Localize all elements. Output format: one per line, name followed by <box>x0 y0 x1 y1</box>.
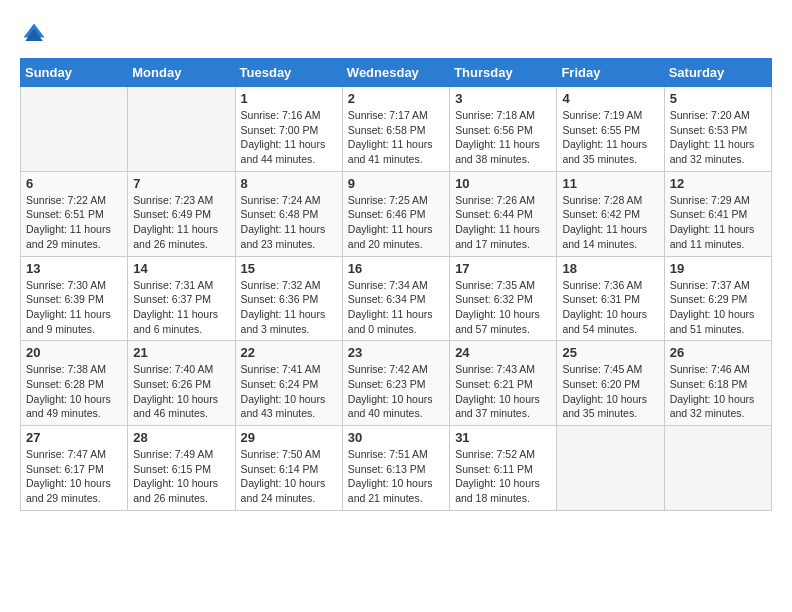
calendar-cell: 2Sunrise: 7:17 AMSunset: 6:58 PMDaylight… <box>342 87 449 172</box>
day-number: 4 <box>562 91 658 106</box>
day-number: 27 <box>26 430 122 445</box>
calendar-cell: 30Sunrise: 7:51 AMSunset: 6:13 PMDayligh… <box>342 426 449 511</box>
calendar-cell: 7Sunrise: 7:23 AMSunset: 6:49 PMDaylight… <box>128 171 235 256</box>
day-number: 18 <box>562 261 658 276</box>
header-friday: Friday <box>557 59 664 87</box>
day-info: Sunrise: 7:24 AMSunset: 6:48 PMDaylight:… <box>241 193 337 252</box>
calendar-table: SundayMondayTuesdayWednesdayThursdayFrid… <box>20 58 772 511</box>
day-number: 23 <box>348 345 444 360</box>
day-info: Sunrise: 7:18 AMSunset: 6:56 PMDaylight:… <box>455 108 551 167</box>
day-info: Sunrise: 7:17 AMSunset: 6:58 PMDaylight:… <box>348 108 444 167</box>
week-row-3: 13Sunrise: 7:30 AMSunset: 6:39 PMDayligh… <box>21 256 772 341</box>
day-info: Sunrise: 7:26 AMSunset: 6:44 PMDaylight:… <box>455 193 551 252</box>
day-info: Sunrise: 7:37 AMSunset: 6:29 PMDaylight:… <box>670 278 766 337</box>
day-info: Sunrise: 7:35 AMSunset: 6:32 PMDaylight:… <box>455 278 551 337</box>
day-number: 8 <box>241 176 337 191</box>
calendar-cell: 1Sunrise: 7:16 AMSunset: 7:00 PMDaylight… <box>235 87 342 172</box>
calendar-cell <box>128 87 235 172</box>
day-info: Sunrise: 7:25 AMSunset: 6:46 PMDaylight:… <box>348 193 444 252</box>
day-info: Sunrise: 7:34 AMSunset: 6:34 PMDaylight:… <box>348 278 444 337</box>
day-info: Sunrise: 7:42 AMSunset: 6:23 PMDaylight:… <box>348 362 444 421</box>
calendar-cell: 19Sunrise: 7:37 AMSunset: 6:29 PMDayligh… <box>664 256 771 341</box>
day-info: Sunrise: 7:41 AMSunset: 6:24 PMDaylight:… <box>241 362 337 421</box>
day-number: 25 <box>562 345 658 360</box>
day-info: Sunrise: 7:23 AMSunset: 6:49 PMDaylight:… <box>133 193 229 252</box>
day-number: 28 <box>133 430 229 445</box>
day-info: Sunrise: 7:31 AMSunset: 6:37 PMDaylight:… <box>133 278 229 337</box>
day-info: Sunrise: 7:46 AMSunset: 6:18 PMDaylight:… <box>670 362 766 421</box>
day-number: 20 <box>26 345 122 360</box>
calendar-cell: 5Sunrise: 7:20 AMSunset: 6:53 PMDaylight… <box>664 87 771 172</box>
day-number: 16 <box>348 261 444 276</box>
header-saturday: Saturday <box>664 59 771 87</box>
day-number: 5 <box>670 91 766 106</box>
day-info: Sunrise: 7:32 AMSunset: 6:36 PMDaylight:… <box>241 278 337 337</box>
day-info: Sunrise: 7:52 AMSunset: 6:11 PMDaylight:… <box>455 447 551 506</box>
header-wednesday: Wednesday <box>342 59 449 87</box>
day-number: 26 <box>670 345 766 360</box>
day-number: 17 <box>455 261 551 276</box>
day-info: Sunrise: 7:20 AMSunset: 6:53 PMDaylight:… <box>670 108 766 167</box>
day-info: Sunrise: 7:30 AMSunset: 6:39 PMDaylight:… <box>26 278 122 337</box>
calendar-cell: 23Sunrise: 7:42 AMSunset: 6:23 PMDayligh… <box>342 341 449 426</box>
day-number: 15 <box>241 261 337 276</box>
week-row-2: 6Sunrise: 7:22 AMSunset: 6:51 PMDaylight… <box>21 171 772 256</box>
day-number: 29 <box>241 430 337 445</box>
day-number: 19 <box>670 261 766 276</box>
calendar-cell: 25Sunrise: 7:45 AMSunset: 6:20 PMDayligh… <box>557 341 664 426</box>
day-number: 13 <box>26 261 122 276</box>
calendar-cell: 11Sunrise: 7:28 AMSunset: 6:42 PMDayligh… <box>557 171 664 256</box>
header-sunday: Sunday <box>21 59 128 87</box>
page-header <box>20 20 772 48</box>
day-number: 12 <box>670 176 766 191</box>
calendar-cell: 24Sunrise: 7:43 AMSunset: 6:21 PMDayligh… <box>450 341 557 426</box>
day-info: Sunrise: 7:16 AMSunset: 7:00 PMDaylight:… <box>241 108 337 167</box>
day-number: 14 <box>133 261 229 276</box>
calendar-cell: 10Sunrise: 7:26 AMSunset: 6:44 PMDayligh… <box>450 171 557 256</box>
calendar-cell <box>664 426 771 511</box>
calendar-cell: 21Sunrise: 7:40 AMSunset: 6:26 PMDayligh… <box>128 341 235 426</box>
day-number: 22 <box>241 345 337 360</box>
day-number: 31 <box>455 430 551 445</box>
day-info: Sunrise: 7:36 AMSunset: 6:31 PMDaylight:… <box>562 278 658 337</box>
calendar-cell: 31Sunrise: 7:52 AMSunset: 6:11 PMDayligh… <box>450 426 557 511</box>
calendar-cell: 17Sunrise: 7:35 AMSunset: 6:32 PMDayligh… <box>450 256 557 341</box>
header-thursday: Thursday <box>450 59 557 87</box>
week-row-5: 27Sunrise: 7:47 AMSunset: 6:17 PMDayligh… <box>21 426 772 511</box>
day-info: Sunrise: 7:49 AMSunset: 6:15 PMDaylight:… <box>133 447 229 506</box>
calendar-cell: 8Sunrise: 7:24 AMSunset: 6:48 PMDaylight… <box>235 171 342 256</box>
calendar-cell <box>21 87 128 172</box>
calendar-cell: 28Sunrise: 7:49 AMSunset: 6:15 PMDayligh… <box>128 426 235 511</box>
calendar-cell: 27Sunrise: 7:47 AMSunset: 6:17 PMDayligh… <box>21 426 128 511</box>
calendar-cell: 22Sunrise: 7:41 AMSunset: 6:24 PMDayligh… <box>235 341 342 426</box>
day-info: Sunrise: 7:51 AMSunset: 6:13 PMDaylight:… <box>348 447 444 506</box>
day-number: 30 <box>348 430 444 445</box>
calendar-cell: 14Sunrise: 7:31 AMSunset: 6:37 PMDayligh… <box>128 256 235 341</box>
calendar-cell: 9Sunrise: 7:25 AMSunset: 6:46 PMDaylight… <box>342 171 449 256</box>
day-number: 21 <box>133 345 229 360</box>
calendar-cell: 26Sunrise: 7:46 AMSunset: 6:18 PMDayligh… <box>664 341 771 426</box>
day-number: 7 <box>133 176 229 191</box>
week-row-1: 1Sunrise: 7:16 AMSunset: 7:00 PMDaylight… <box>21 87 772 172</box>
calendar-cell: 12Sunrise: 7:29 AMSunset: 6:41 PMDayligh… <box>664 171 771 256</box>
calendar-header-row: SundayMondayTuesdayWednesdayThursdayFrid… <box>21 59 772 87</box>
calendar-cell: 4Sunrise: 7:19 AMSunset: 6:55 PMDaylight… <box>557 87 664 172</box>
calendar-cell: 13Sunrise: 7:30 AMSunset: 6:39 PMDayligh… <box>21 256 128 341</box>
day-info: Sunrise: 7:45 AMSunset: 6:20 PMDaylight:… <box>562 362 658 421</box>
day-number: 1 <box>241 91 337 106</box>
day-info: Sunrise: 7:28 AMSunset: 6:42 PMDaylight:… <box>562 193 658 252</box>
day-info: Sunrise: 7:29 AMSunset: 6:41 PMDaylight:… <box>670 193 766 252</box>
logo-icon <box>20 20 48 48</box>
day-info: Sunrise: 7:40 AMSunset: 6:26 PMDaylight:… <box>133 362 229 421</box>
day-info: Sunrise: 7:19 AMSunset: 6:55 PMDaylight:… <box>562 108 658 167</box>
calendar-cell: 15Sunrise: 7:32 AMSunset: 6:36 PMDayligh… <box>235 256 342 341</box>
day-number: 2 <box>348 91 444 106</box>
day-info: Sunrise: 7:50 AMSunset: 6:14 PMDaylight:… <box>241 447 337 506</box>
calendar-cell: 20Sunrise: 7:38 AMSunset: 6:28 PMDayligh… <box>21 341 128 426</box>
day-number: 6 <box>26 176 122 191</box>
calendar-body: 1Sunrise: 7:16 AMSunset: 7:00 PMDaylight… <box>21 87 772 511</box>
day-info: Sunrise: 7:43 AMSunset: 6:21 PMDaylight:… <box>455 362 551 421</box>
header-tuesday: Tuesday <box>235 59 342 87</box>
logo <box>20 20 52 48</box>
header-monday: Monday <box>128 59 235 87</box>
